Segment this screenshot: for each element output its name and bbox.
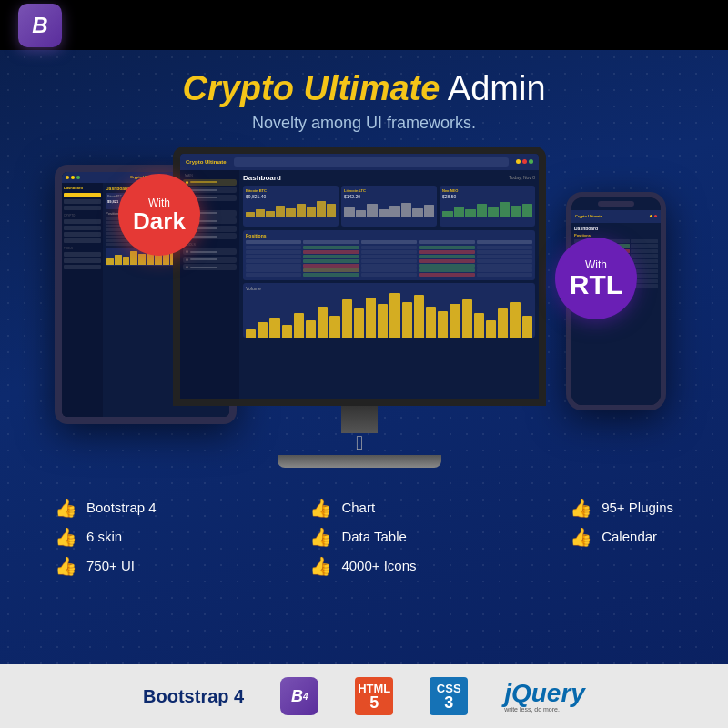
monitor-stat-btc: Bitcoin BTC $9,821.40 <box>243 186 339 227</box>
monitor-main: Dashboard Today, Nov 8 Bitcoin BTC $9,82… <box>239 170 539 399</box>
monitor-screen-wrapper: Crypto Ultimate MAIN <box>173 147 546 406</box>
desktop-monitor: Crypto Ultimate MAIN <box>173 147 546 468</box>
jquery-slogan: write less, do more. <box>504 706 585 713</box>
feature-icon-5: 👍 <box>309 526 332 548</box>
footer-label: Bootstrap 4 <box>143 686 244 707</box>
bs4-letter: B <box>291 687 303 706</box>
monitor-page-title: Dashboard <box>243 174 281 182</box>
html5-logo: HTML 5 <box>355 677 393 715</box>
page-title: Crypto Ultimate Admin <box>182 70 545 108</box>
monitor-screen: Crypto Ultimate MAIN <box>180 154 539 399</box>
monitor-topbar: Crypto Ultimate <box>180 154 539 170</box>
feature-bootstrap4: 👍 Bootstrap 4 <box>55 497 157 519</box>
feature-6skin: 👍 6 skin <box>55 526 157 548</box>
monitor-chart: Volume <box>243 283 535 338</box>
bootstrap4-logo: B 4 <box>280 677 318 715</box>
monitor-positions-table: Positions <box>243 230 535 280</box>
feature-chart: 👍 Chart <box>309 497 416 519</box>
feature-text-5: Data Table <box>341 529 406 544</box>
feature-text-1: Bootstrap 4 <box>86 500 157 515</box>
feature-icon-1: 👍 <box>55 497 77 519</box>
feature-icon-4: 👍 <box>309 497 332 519</box>
rtl-badge: With RTL <box>555 238 637 319</box>
devices-section: With Dark With RTL Crypto Ultimate <box>0 147 728 483</box>
title-bold-part: Crypto Ultimate <box>182 69 440 107</box>
feature-icon-8: 👍 <box>570 526 592 548</box>
bs4-icon: B 4 <box>280 677 318 715</box>
header-section: Crypto Ultimate Admin Novelty among UI f… <box>182 50 545 147</box>
features-section: 👍 Bootstrap 4 👍 6 skin 👍 750+ UI 👍 Chart… <box>0 483 728 591</box>
top-bar: B <box>0 0 728 50</box>
feature-text-6: 4000+ Icons <box>341 558 416 573</box>
jquery-logo: jQuery write less, do more. <box>504 681 585 713</box>
feature-text-3: 750+ UI <box>86 558 135 573</box>
monitor-stand:  <box>173 406 546 468</box>
feature-col-2: 👍 Chart 👍 Data Table 👍 4000+ Icons <box>309 497 416 577</box>
feature-datatable: 👍 Data Table <box>309 526 416 548</box>
feature-icons: 👍 4000+ Icons <box>309 555 416 577</box>
feature-icon-6: 👍 <box>309 555 332 577</box>
title-normal-part: Admin <box>448 69 546 107</box>
monitor-stat-neo: Neo NEO $28.50 <box>440 186 535 227</box>
phone-brand: Crypto Ultimate <box>575 214 602 218</box>
html5-icon: HTML 5 <box>355 677 393 715</box>
footer-bar: Bootstrap 4 B 4 HTML 5 CSS 3 jQuery writ… <box>0 664 728 728</box>
rtl-badge-label: RTL <box>570 271 622 298</box>
feature-col-1: 👍 Bootstrap 4 👍 6 skin 👍 750+ UI <box>55 497 157 577</box>
css3-icon: CSS 3 <box>430 677 468 715</box>
feature-icon-7: 👍 <box>570 497 592 519</box>
monitor-search <box>234 157 509 167</box>
monitor-body: MAIN <box>180 170 539 399</box>
feature-text-8: Calendar <box>602 529 657 544</box>
phone-topbar: Crypto Ultimate <box>571 210 661 223</box>
feature-icon-3: 👍 <box>55 555 77 577</box>
dark-badge-label: Dark <box>133 209 186 233</box>
tablet-sidebar: Dashboard CRYPTO TOOLS <box>62 183 103 417</box>
feature-750ui: 👍 750+ UI <box>55 555 157 577</box>
feature-plugins: 👍 95+ Plugins <box>570 497 673 519</box>
monitor-stat-ltc: Litecoin LTC $142.20 <box>341 186 437 227</box>
main-content: Crypto Ultimate Admin Novelty among UI f… <box>0 50 728 728</box>
phone-dashboard-title: Dashboard <box>574 226 658 231</box>
subtitle: Novelty among UI frameworks. <box>182 114 545 133</box>
css3-logo: CSS 3 <box>430 677 468 715</box>
feature-text-7: 95+ Plugins <box>602 500 673 515</box>
apple-logo:  <box>356 431 363 455</box>
feature-text-4: Chart <box>341 500 375 515</box>
jquery-brand-text: jQuery write less, do more. <box>504 681 585 713</box>
jquery-name: jQuery <box>504 681 585 706</box>
feature-text-2: 6 skin <box>86 529 122 544</box>
monitor-brand: Crypto Ultimate <box>186 159 227 165</box>
monitor-date: Today, Nov 8 <box>509 175 535 180</box>
phone-notch <box>598 201 634 207</box>
bootstrap-logo-top: B <box>18 4 62 47</box>
feature-icon-2: 👍 <box>55 526 77 548</box>
feature-col-3: 👍 95+ Plugins 👍 Calendar <box>570 497 673 577</box>
feature-calendar: 👍 Calendar <box>570 526 673 548</box>
dark-badge: With Dark <box>118 174 200 256</box>
